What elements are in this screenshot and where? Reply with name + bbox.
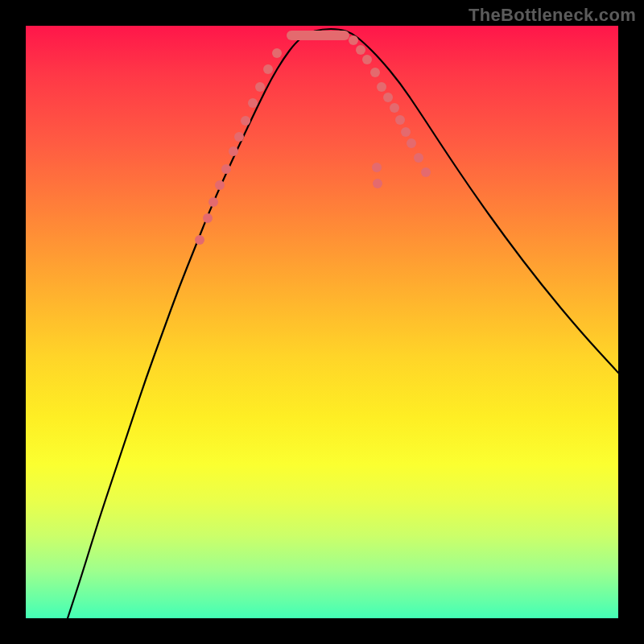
highlight-dot [383,93,393,102]
highlight-dot [395,115,405,125]
highlight-dot [349,35,358,45]
curve-layer [26,26,618,618]
highlight-dot [414,153,423,163]
watermark-text: TheBottleneck.com [469,5,636,26]
highlight-dot [272,48,282,58]
highlight-dot [362,55,372,64]
highlight-dot [390,103,399,113]
highlight-dot [248,98,258,108]
highlight-dot [215,180,225,190]
highlight-dot [195,235,204,245]
plot-area [26,26,618,618]
highlight-dot [377,82,386,92]
chart-frame: TheBottleneck.com [0,0,644,644]
highlight-dot [372,163,382,172]
highlight-dot [255,82,265,92]
highlight-dot [407,138,416,148]
valley-bar [287,31,349,40]
highlight-dot [229,147,238,156]
highlight-dots [195,35,431,245]
highlight-dot [234,132,244,142]
highlight-dot [263,64,273,74]
highlight-dot [373,179,382,188]
highlight-dot [221,164,231,174]
highlight-dot [421,167,431,177]
highlight-dot [370,68,380,77]
highlight-dot [203,213,213,223]
highlight-dot [356,45,365,55]
highlight-dot [241,116,250,126]
highlight-dot [208,197,218,207]
highlight-dot [401,127,411,137]
bottleneck-curve [68,29,618,618]
